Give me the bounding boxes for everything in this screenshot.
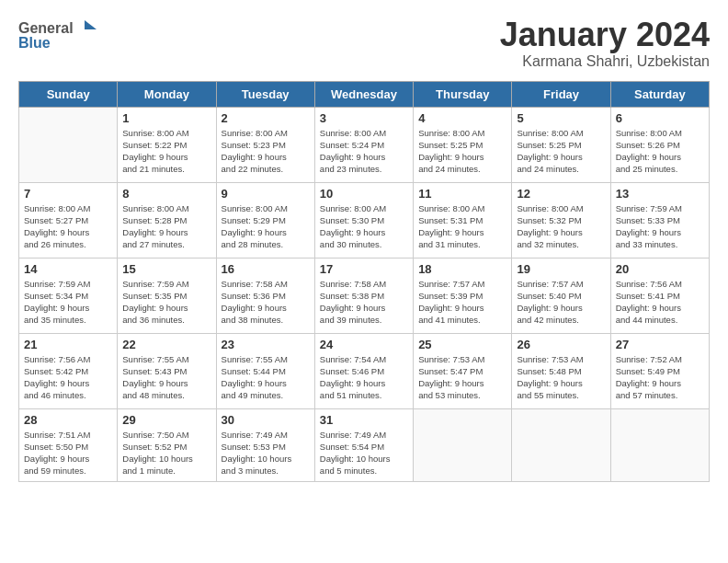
col-header-friday: Friday (512, 81, 610, 107)
cell-4-6: 26Sunrise: 7:53 AM Sunset: 5:48 PM Dayli… (512, 333, 610, 408)
day-info: Sunrise: 8:00 AM Sunset: 5:23 PM Dayligh… (222, 127, 310, 176)
day-info: Sunrise: 8:00 AM Sunset: 5:27 PM Dayligh… (24, 202, 112, 251)
day-number: 6 (616, 111, 704, 125)
col-header-tuesday: Tuesday (216, 81, 314, 107)
day-info: Sunrise: 8:00 AM Sunset: 5:31 PM Dayligh… (418, 202, 506, 251)
day-info: Sunrise: 8:00 AM Sunset: 5:22 PM Dayligh… (122, 127, 210, 176)
day-info: Sunrise: 7:59 AM Sunset: 5:34 PM Dayligh… (24, 278, 112, 327)
day-info: Sunrise: 7:52 AM Sunset: 5:49 PM Dayligh… (616, 353, 704, 402)
cell-5-1: 28Sunrise: 7:51 AM Sunset: 5:50 PM Dayli… (19, 408, 118, 481)
day-info: Sunrise: 7:55 AM Sunset: 5:44 PM Dayligh… (222, 353, 310, 402)
cell-1-3: 2Sunrise: 8:00 AM Sunset: 5:23 PM Daylig… (216, 107, 314, 182)
day-info: Sunrise: 7:49 AM Sunset: 5:54 PM Dayligh… (320, 429, 408, 477)
cell-5-2: 29Sunrise: 7:50 AM Sunset: 5:52 PM Dayli… (118, 408, 216, 481)
day-number: 5 (517, 111, 605, 125)
cell-2-3: 9Sunrise: 8:00 AM Sunset: 5:29 PM Daylig… (216, 182, 314, 258)
day-number: 12 (517, 187, 605, 201)
calendar-page: General Blue January 2024 Karmana Shahri… (0, 0, 728, 563)
day-info: Sunrise: 7:56 AM Sunset: 5:42 PM Dayligh… (24, 353, 112, 402)
day-number: 2 (222, 111, 310, 125)
day-number: 20 (616, 262, 704, 276)
day-number: 15 (122, 262, 210, 276)
col-header-sunday: Sunday (19, 81, 118, 107)
day-info: Sunrise: 7:53 AM Sunset: 5:48 PM Dayligh… (517, 353, 605, 402)
day-info: Sunrise: 7:57 AM Sunset: 5:39 PM Dayligh… (418, 278, 506, 327)
day-info: Sunrise: 8:00 AM Sunset: 5:24 PM Dayligh… (320, 127, 408, 176)
day-number: 23 (222, 338, 310, 351)
days-header-row: SundayMondayTuesdayWednesdayThursdayFrid… (19, 81, 710, 107)
day-info: Sunrise: 8:00 AM Sunset: 5:25 PM Dayligh… (517, 127, 605, 176)
day-info: Sunrise: 7:51 AM Sunset: 5:50 PM Dayligh… (24, 429, 112, 477)
cell-5-4: 31Sunrise: 7:49 AM Sunset: 5:54 PM Dayli… (314, 408, 413, 481)
cell-4-2: 22Sunrise: 7:55 AM Sunset: 5:43 PM Dayli… (118, 333, 216, 408)
week-row-2: 7Sunrise: 8:00 AM Sunset: 5:27 PM Daylig… (19, 182, 710, 258)
day-info: Sunrise: 8:00 AM Sunset: 5:26 PM Dayligh… (616, 127, 704, 176)
svg-marker-1 (85, 20, 97, 29)
cell-3-3: 16Sunrise: 7:58 AM Sunset: 5:36 PM Dayli… (216, 258, 314, 333)
day-info: Sunrise: 7:49 AM Sunset: 5:53 PM Dayligh… (222, 429, 310, 477)
svg-text:Blue: Blue (18, 35, 51, 51)
day-number: 10 (320, 187, 408, 201)
day-info: Sunrise: 8:00 AM Sunset: 5:32 PM Dayligh… (517, 202, 605, 251)
day-number: 17 (320, 262, 408, 276)
day-number: 26 (517, 338, 605, 351)
day-number: 7 (24, 187, 112, 201)
day-number: 24 (320, 338, 408, 351)
day-info: Sunrise: 7:58 AM Sunset: 5:38 PM Dayligh… (320, 278, 408, 327)
cell-2-2: 8Sunrise: 8:00 AM Sunset: 5:28 PM Daylig… (118, 182, 216, 258)
day-number: 1 (122, 111, 210, 125)
day-number: 28 (24, 413, 112, 427)
main-title: January 2024 (500, 17, 710, 53)
logo-svg: General Blue (18, 17, 101, 53)
day-number: 18 (418, 262, 506, 276)
col-header-saturday: Saturday (610, 81, 709, 107)
title-block: January 2024 Karmana Shahri, Uzbekistan (500, 17, 710, 70)
week-row-5: 28Sunrise: 7:51 AM Sunset: 5:50 PM Dayli… (19, 408, 710, 481)
day-info: Sunrise: 7:59 AM Sunset: 5:33 PM Dayligh… (616, 202, 704, 251)
week-row-1: 1Sunrise: 8:00 AM Sunset: 5:22 PM Daylig… (19, 107, 710, 182)
day-number: 11 (418, 187, 506, 201)
day-info: Sunrise: 7:56 AM Sunset: 5:41 PM Dayligh… (616, 278, 704, 327)
cell-1-1 (19, 107, 118, 182)
cell-4-4: 24Sunrise: 7:54 AM Sunset: 5:46 PM Dayli… (314, 333, 413, 408)
day-number: 21 (24, 338, 112, 351)
day-number: 3 (320, 111, 408, 125)
day-info: Sunrise: 8:00 AM Sunset: 5:29 PM Dayligh… (222, 202, 310, 251)
cell-5-7 (610, 408, 709, 481)
day-number: 16 (222, 262, 310, 276)
day-number: 4 (418, 111, 506, 125)
day-info: Sunrise: 7:50 AM Sunset: 5:52 PM Dayligh… (122, 429, 210, 477)
cell-4-5: 25Sunrise: 7:53 AM Sunset: 5:47 PM Dayli… (414, 333, 512, 408)
day-number: 31 (320, 413, 408, 427)
cell-3-7: 20Sunrise: 7:56 AM Sunset: 5:41 PM Dayli… (610, 258, 709, 333)
week-row-3: 14Sunrise: 7:59 AM Sunset: 5:34 PM Dayli… (19, 258, 710, 333)
cell-1-5: 4Sunrise: 8:00 AM Sunset: 5:25 PM Daylig… (414, 107, 512, 182)
logo: General Blue (18, 17, 101, 57)
cell-5-5 (414, 408, 512, 481)
week-row-4: 21Sunrise: 7:56 AM Sunset: 5:42 PM Dayli… (19, 333, 710, 408)
header: General Blue January 2024 Karmana Shahri… (18, 17, 710, 70)
day-number: 9 (222, 187, 310, 201)
col-header-wednesday: Wednesday (314, 81, 413, 107)
cell-5-3: 30Sunrise: 7:49 AM Sunset: 5:53 PM Dayli… (216, 408, 314, 481)
cell-4-1: 21Sunrise: 7:56 AM Sunset: 5:42 PM Dayli… (19, 333, 118, 408)
day-info: Sunrise: 8:00 AM Sunset: 5:30 PM Dayligh… (320, 202, 408, 251)
col-header-monday: Monday (118, 81, 216, 107)
cell-5-6 (512, 408, 610, 481)
cell-1-7: 6Sunrise: 8:00 AM Sunset: 5:26 PM Daylig… (610, 107, 709, 182)
cell-3-6: 19Sunrise: 7:57 AM Sunset: 5:40 PM Dayli… (512, 258, 610, 333)
cell-3-2: 15Sunrise: 7:59 AM Sunset: 5:35 PM Dayli… (118, 258, 216, 333)
day-number: 27 (616, 338, 704, 351)
day-number: 8 (122, 187, 210, 201)
cell-3-5: 18Sunrise: 7:57 AM Sunset: 5:39 PM Dayli… (414, 258, 512, 333)
day-info: Sunrise: 7:53 AM Sunset: 5:47 PM Dayligh… (418, 353, 506, 402)
day-number: 22 (122, 338, 210, 351)
sub-title: Karmana Shahri, Uzbekistan (500, 53, 710, 70)
day-info: Sunrise: 8:00 AM Sunset: 5:25 PM Dayligh… (418, 127, 506, 176)
cell-1-2: 1Sunrise: 8:00 AM Sunset: 5:22 PM Daylig… (118, 107, 216, 182)
cell-2-1: 7Sunrise: 8:00 AM Sunset: 5:27 PM Daylig… (19, 182, 118, 258)
cell-4-3: 23Sunrise: 7:55 AM Sunset: 5:44 PM Dayli… (216, 333, 314, 408)
svg-text:General: General (18, 20, 74, 36)
day-info: Sunrise: 7:58 AM Sunset: 5:36 PM Dayligh… (222, 278, 310, 327)
cell-2-5: 11Sunrise: 8:00 AM Sunset: 5:31 PM Dayli… (414, 182, 512, 258)
